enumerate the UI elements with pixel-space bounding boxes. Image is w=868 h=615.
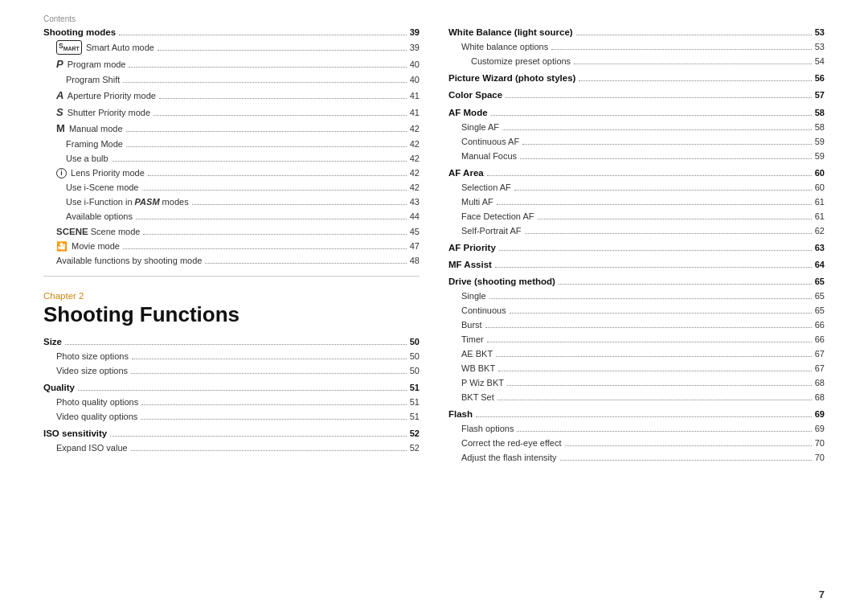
toc-label: Flash — [448, 408, 473, 421]
circle-i-icon: i — [56, 168, 67, 178]
toc-dots — [78, 390, 407, 391]
toc-dots — [510, 313, 812, 314]
toc-label: WB BKT — [461, 363, 495, 375]
toc-label: A Aperture Priority mode — [56, 88, 156, 104]
toc-entry-lens-priority: i Lens Priority mode 42 — [43, 167, 420, 180]
toc-label: Continuous — [461, 305, 506, 318]
toc-entry-timer: Timer 66 — [448, 334, 825, 346]
toc-dots — [119, 35, 407, 35]
toc-entry-manual: M Manual mode 42 — [43, 121, 420, 137]
toc-page: 59 — [815, 136, 825, 149]
toc-label: Shooting modes — [43, 26, 116, 39]
toc-dots — [560, 460, 812, 461]
toc-page: 66 — [815, 334, 825, 346]
toc-entry-burst: Burst 66 — [448, 319, 825, 332]
toc-label: AF Area — [448, 166, 484, 180]
toc-page: 39 — [410, 42, 420, 55]
toc-label: SCENE Scene mode — [56, 225, 140, 239]
toc-entry-iscene: Use i-Scene mode 42 — [43, 182, 420, 195]
shooting-modes-section: Shooting modes 39 SMART Smart Auto mode … — [43, 26, 420, 268]
toc-entry-wb-options: White balance options 53 — [448, 41, 825, 54]
right-column: White Balance (light source) 53 White ba… — [448, 23, 825, 466]
toc-entry-program-shift: Program Shift 40 — [43, 74, 420, 87]
toc-dots — [517, 431, 811, 432]
toc-dots — [497, 204, 812, 205]
toc-label: Photo size options — [56, 351, 129, 363]
toc-dots — [131, 373, 407, 374]
toc-label: i Lens Priority mode — [56, 167, 145, 180]
toc-page: 60 — [815, 166, 825, 180]
toc-page: 54 — [815, 55, 825, 68]
a-icon: A — [56, 89, 63, 101]
toc-page: 42 — [410, 123, 420, 136]
toc-entry-flash-intensity: Adjust the flash intensity 70 — [448, 452, 825, 465]
p-icon: P — [56, 58, 63, 70]
toc-dots — [148, 175, 407, 176]
toc-label: Multi AF — [461, 196, 493, 209]
toc-entry-shooting-modes: Shooting modes 39 — [43, 26, 420, 39]
toc-label: MF Assist — [448, 258, 492, 272]
toc-entry-afarea: AF Area 60 — [448, 166, 825, 180]
toc-page: 67 — [815, 363, 825, 375]
toc-entry-expand-iso: Expand ISO value 52 — [43, 442, 420, 455]
toc-dots — [126, 146, 407, 147]
toc-label: Available functions by shooting mode — [56, 255, 202, 268]
toc-dots — [205, 263, 406, 264]
toc-label: BKT Set — [461, 392, 494, 404]
toc-label: Quality — [43, 381, 75, 395]
toc-label: Framing Mode — [66, 138, 123, 151]
toc-entry-single: Single 65 — [448, 290, 825, 303]
toc-entry-avail-functions: Available functions by shooting mode 48 — [43, 255, 420, 268]
toc-page: 59 — [815, 150, 825, 163]
toc-page: 58 — [815, 121, 825, 134]
toc-label: Manual Focus — [461, 150, 517, 163]
toc-entry-video-quality: Video quality options 51 — [43, 411, 420, 424]
toc-page: 41 — [410, 107, 420, 120]
toc-page: 48 — [410, 255, 420, 268]
chapter-label: Chapter 2 — [43, 291, 420, 301]
toc-label: Size — [43, 335, 62, 349]
toc-dots — [154, 115, 407, 116]
toc-dots — [538, 219, 812, 219]
toc-label: Flash options — [461, 423, 514, 436]
toc-dots — [489, 298, 812, 299]
toc-label: Correct the red-eye effect — [461, 437, 562, 450]
toc-page: 45 — [410, 226, 420, 239]
toc-page: 43 — [410, 196, 420, 209]
toc-entry-flash-options: Flash options 69 — [448, 423, 825, 436]
toc-label: P Wiz BKT — [461, 377, 504, 390]
toc-page: 65 — [815, 275, 825, 289]
page: Contents 7 Shooting modes 39 SMART Smart… — [0, 0, 868, 615]
toc-dots — [123, 248, 407, 249]
toc-dots — [496, 356, 812, 357]
section-divider — [43, 276, 420, 277]
toc-label: Burst — [461, 319, 482, 332]
toc-dots — [507, 385, 812, 386]
toc-dots — [123, 82, 407, 83]
toc-label: Video size options — [56, 365, 128, 378]
toc-page: 64 — [815, 258, 825, 272]
toc-page: 56 — [815, 72, 825, 85]
toc-entry-mfassist: MF Assist 64 — [448, 258, 825, 272]
toc-page: 41 — [410, 90, 420, 103]
toc-label: Self-Portrait AF — [461, 225, 522, 238]
toc-page: 44 — [410, 211, 420, 223]
toc-label: White Balance (light source) — [448, 26, 573, 39]
toc-dots — [129, 67, 406, 68]
toc-page: 51 — [410, 396, 420, 409]
toc-entry-multiaf: Multi AF 61 — [448, 196, 825, 209]
toc-label: AF Priority — [448, 241, 496, 255]
toc-dots — [487, 175, 812, 176]
toc-page: 63 — [815, 241, 825, 255]
toc-page: 65 — [815, 305, 825, 318]
toc-entry-quality: Quality 51 — [43, 381, 420, 395]
toc-label: AE BKT — [461, 348, 493, 361]
toc-entry-size: Size 50 — [43, 335, 420, 349]
toc-label: M Manual mode — [56, 121, 123, 137]
toc-entry-facedetect: Face Detection AF 61 — [448, 211, 825, 223]
toc-page: 51 — [410, 381, 420, 395]
toc-page: 67 — [815, 348, 825, 361]
toc-dots — [110, 436, 406, 437]
toc-entry-afpriority: AF Priority 63 — [448, 241, 825, 255]
toc-label: Program Shift — [66, 74, 120, 87]
